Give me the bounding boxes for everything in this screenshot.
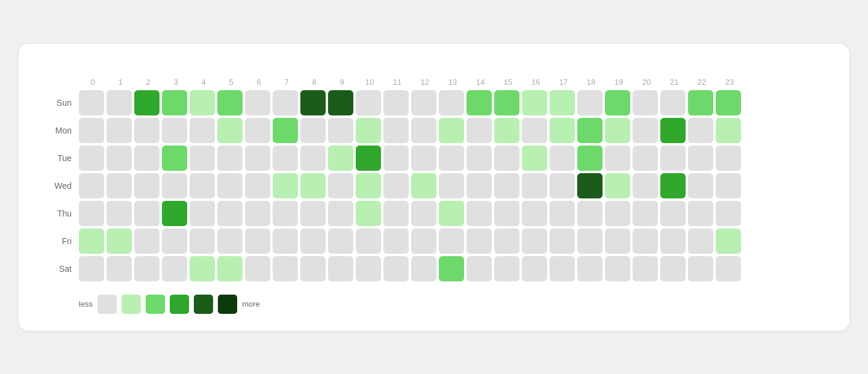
heat-cell [356, 256, 381, 281]
heat-cell [273, 228, 298, 254]
heat-cell [383, 256, 409, 281]
heat-cell [577, 118, 603, 143]
heat-cell [494, 90, 519, 115]
heat-cell [439, 256, 464, 281]
heat-cell [79, 173, 104, 198]
hour-label: 21 [660, 78, 688, 87]
heat-cell [356, 228, 381, 254]
hour-label: 6 [245, 78, 273, 87]
day-label: Wed [43, 181, 79, 191]
hour-label: 2 [134, 78, 162, 87]
heat-cell [494, 173, 519, 198]
hour-label: 8 [300, 78, 328, 87]
heat-cell [522, 256, 547, 281]
heat-cell [162, 201, 187, 226]
heat-cell [356, 173, 381, 198]
heat-cell [522, 228, 547, 254]
heat-cell [716, 146, 741, 171]
heat-cell [217, 228, 243, 254]
heat-cell [383, 146, 409, 171]
heat-cell [522, 146, 547, 171]
day-label: Tue [43, 153, 79, 163]
heat-cell [300, 173, 326, 198]
hour-label: 20 [633, 78, 660, 87]
grid-row: Wed [43, 173, 825, 198]
cells-row [79, 173, 741, 198]
hour-label: 11 [383, 78, 411, 87]
chart-area: 01234567891011121314151617181920212223 S… [43, 78, 825, 314]
heat-cell [467, 228, 492, 254]
heat-cell [522, 90, 547, 115]
heat-cell [300, 118, 326, 143]
heat-cell [300, 146, 326, 171]
heat-cell [273, 146, 298, 171]
heat-cell [605, 90, 630, 115]
day-label: Sat [43, 264, 79, 274]
heat-cell [605, 118, 630, 143]
heat-cell [328, 256, 353, 281]
heat-cell [633, 256, 658, 281]
heat-cell [217, 118, 243, 143]
heat-cell [411, 201, 436, 226]
heat-cell [688, 90, 713, 115]
hour-label: 4 [190, 78, 217, 87]
heat-cell [79, 228, 104, 254]
legend-cell [146, 295, 165, 314]
heat-cell [411, 228, 436, 254]
heat-cell [356, 90, 381, 115]
heat-cell [300, 201, 326, 226]
heat-cell [467, 118, 492, 143]
heat-cell [439, 228, 464, 254]
heat-cell [328, 90, 353, 115]
heat-cell [550, 228, 575, 254]
heat-cell [79, 118, 104, 143]
heat-cell [411, 118, 436, 143]
heat-cell [245, 118, 270, 143]
heat-cell [688, 173, 713, 198]
heat-cell [467, 90, 492, 115]
heat-cell [328, 173, 353, 198]
heat-cell [245, 228, 270, 254]
legend: lessmore [79, 295, 825, 314]
heat-cell [134, 173, 160, 198]
heat-cell [217, 173, 243, 198]
heat-cell [660, 256, 686, 281]
heat-cell [467, 201, 492, 226]
legend-cell [98, 295, 117, 314]
heat-cell [217, 146, 243, 171]
heat-cell [134, 118, 160, 143]
heat-cell [383, 173, 409, 198]
heat-cell [494, 146, 519, 171]
heat-cell [383, 228, 409, 254]
heat-cell [300, 256, 326, 281]
hour-label: 19 [605, 78, 633, 87]
hour-label: 15 [494, 78, 522, 87]
heat-cell [633, 146, 658, 171]
hour-label: 5 [217, 78, 245, 87]
grid-row: Thu [43, 201, 825, 226]
heat-cell [190, 118, 215, 143]
hour-label: 7 [273, 78, 300, 87]
legend-cell [170, 295, 189, 314]
heat-cell [550, 173, 575, 198]
heat-cell [660, 146, 686, 171]
heat-cell [467, 256, 492, 281]
heat-cell [716, 256, 741, 281]
heat-cell [162, 256, 187, 281]
day-label: Thu [43, 209, 79, 218]
heat-cell [162, 146, 187, 171]
legend-cell [122, 295, 141, 314]
heat-cell [107, 201, 132, 226]
heat-cell [633, 118, 658, 143]
heat-cell [134, 256, 160, 281]
heat-cell [660, 90, 686, 115]
heat-cell [577, 256, 603, 281]
heat-cell [162, 90, 187, 115]
heat-cell [660, 173, 686, 198]
heat-cell [79, 201, 104, 226]
heat-cell [494, 228, 519, 254]
heat-cell [134, 201, 160, 226]
heat-cell [439, 90, 464, 115]
heat-cell [688, 256, 713, 281]
heat-cell [79, 146, 104, 171]
